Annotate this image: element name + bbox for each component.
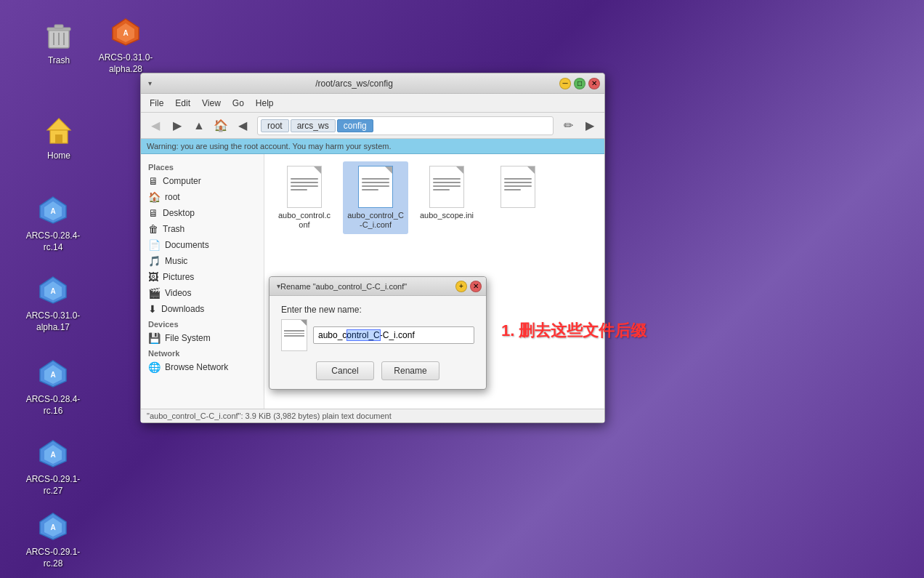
trash-label: Trash xyxy=(48,55,70,67)
status-bar: "aubo_control_C-C_i.conf": 3.9 KiB (3,98… xyxy=(141,409,604,422)
documents-icon: 📄 xyxy=(148,239,161,251)
maximize-button[interactable]: □ xyxy=(574,78,585,89)
sidebar-label-trash: Trash xyxy=(163,224,185,234)
annotation-text: 1. 删去这些文件后缀 xyxy=(501,320,647,342)
svg-text:A: A xyxy=(50,523,55,531)
sidebar-item-trash[interactable]: 🗑 Trash xyxy=(141,221,264,237)
rename-dialog-titlebar: ▾ Rename "aubo_control_C-C_i.conf" + ✕ xyxy=(270,277,486,296)
rename-dialog-title: Rename "aubo_control_C-C_i.conf" xyxy=(280,282,453,291)
sidebar-label-computer: Computer xyxy=(163,176,201,186)
file-icon-1 xyxy=(287,166,322,208)
menu-bar: File Edit View Go Help xyxy=(141,94,604,113)
next-breadcrumb-button[interactable]: ▶ xyxy=(580,116,600,136)
rename-dialog-label: Enter the new name: xyxy=(281,305,474,315)
svg-rect-2 xyxy=(54,25,63,28)
sidebar-item-documents[interactable]: 📄 Documents xyxy=(141,237,264,253)
minimize-button[interactable]: ─ xyxy=(559,78,571,89)
sidebar-label-music: Music xyxy=(165,256,187,266)
arcs-0291-rc27-label: ARCS-0.29.1-rc.27 xyxy=(20,474,86,497)
arcs-0291-rc27-icon: A xyxy=(36,436,70,471)
pictures-icon: 🖼 xyxy=(148,271,158,283)
file-icon-2 xyxy=(358,166,393,208)
edit-path-button[interactable]: ✏ xyxy=(558,116,578,136)
menu-view[interactable]: View xyxy=(199,97,224,110)
toolbar: ◀ ▶ ▲ 🏠 ◀ root arcs_ws config ✏ ▶ xyxy=(141,113,604,139)
sidebar-label-downloads: Downloads xyxy=(161,304,204,314)
file-label-1: aubo_control.conf xyxy=(276,211,333,230)
arcs-0284-rc14-label: ARCS-0.28.4-rc.14 xyxy=(20,230,86,253)
arcs-0291-rc28-label: ARCS-0.29.1-rc.28 xyxy=(20,547,86,569)
menu-edit[interactable]: Edit xyxy=(172,97,193,110)
music-icon: 🎵 xyxy=(148,255,161,267)
sidebar-item-filesystem[interactable]: 💾 File System xyxy=(141,330,264,346)
sidebar-label-documents: Documents xyxy=(165,240,209,250)
videos-icon: 🎬 xyxy=(148,287,161,299)
rename-dialog-buttons: Cancel Rename xyxy=(281,361,474,380)
sidebar-label-desktop: Desktop xyxy=(163,208,195,218)
svg-text:A: A xyxy=(50,371,55,379)
desktop-icon-arcs-0291-rc28[interactable]: A ARCS-0.29.1-rc.28 xyxy=(20,509,86,569)
sidebar-label-root: root xyxy=(165,192,180,202)
arcs-0291-rc28-icon: A xyxy=(36,509,70,544)
home-button[interactable]: 🏠 xyxy=(211,116,231,136)
rename-dialog: ▾ Rename "aubo_control_C-C_i.conf" + ✕ E… xyxy=(269,276,487,390)
sidebar-item-desktop[interactable]: 🖥 Desktop xyxy=(141,205,264,221)
svg-rect-11 xyxy=(55,135,62,143)
svg-text:A: A xyxy=(50,451,55,459)
rename-cancel-button[interactable]: Cancel xyxy=(316,361,374,380)
sidebar-item-root[interactable]: 🏠 root xyxy=(141,189,264,205)
rename-confirm-button[interactable]: Rename xyxy=(381,361,439,380)
arcs-0284-rc14-icon: A xyxy=(36,193,70,228)
rename-input[interactable] xyxy=(313,326,474,344)
file-manager-titlebar: ▾ /root/arcs_ws/config ─ □ ✕ xyxy=(141,73,604,94)
sidebar-label-filesystem: File System xyxy=(165,333,211,343)
svg-marker-9 xyxy=(47,119,70,130)
desktop-icon-arcs-0284-rc14[interactable]: A ARCS-0.28.4-rc.14 xyxy=(20,193,86,253)
forward-button[interactable]: ▶ xyxy=(167,116,187,136)
desktop-icon-home[interactable]: Home xyxy=(26,113,92,162)
root-folder-icon: 🏠 xyxy=(148,191,161,203)
computer-icon: 🖥 xyxy=(148,175,158,187)
up-button[interactable]: ▲ xyxy=(189,116,209,136)
arcs-0284-rc16-icon: A xyxy=(36,356,70,391)
breadcrumb-arcs-ws[interactable]: arcs_ws xyxy=(291,119,336,132)
sidebar-item-downloads[interactable]: ⬇ Downloads xyxy=(141,301,264,317)
desktop-icon-arcs-0310-alpha17[interactable]: A ARCS-0.31.0-alpha.17 xyxy=(20,273,86,333)
arcs-0310-alpha17-label: ARCS-0.31.0-alpha.17 xyxy=(20,310,86,333)
prev-breadcrumb-button[interactable]: ◀ xyxy=(232,116,253,136)
rename-file-preview-icon xyxy=(281,319,307,351)
file-icon-3 xyxy=(429,166,464,208)
rename-input-wrap xyxy=(313,326,474,344)
sidebar-item-music[interactable]: 🎵 Music xyxy=(141,253,264,269)
network-section-label: Network xyxy=(141,346,264,359)
rename-close-button[interactable]: ✕ xyxy=(470,281,482,292)
file-item-aubo-scope-ini[interactable]: aubo_scope.ini xyxy=(414,161,479,234)
desktop-icon-arcs-0310-alpha28[interactable]: A ARCS-0.31.0-alpha.28 xyxy=(93,15,158,75)
desktop-icon-trash[interactable]: Trash xyxy=(26,17,92,67)
breadcrumb: root arcs_ws config xyxy=(257,116,554,135)
desktop-icon-arcs-0291-rc27[interactable]: A ARCS-0.29.1-rc.27 xyxy=(20,436,86,497)
svg-text:A: A xyxy=(123,29,128,37)
menu-file[interactable]: File xyxy=(147,97,166,110)
sidebar-item-videos[interactable]: 🎬 Videos xyxy=(141,285,264,301)
breadcrumb-config[interactable]: config xyxy=(337,119,373,132)
rename-minimize-button[interactable]: + xyxy=(455,281,467,292)
menu-go[interactable]: Go xyxy=(230,97,247,110)
back-button[interactable]: ◀ xyxy=(145,116,166,136)
close-button[interactable]: ✕ xyxy=(588,78,600,89)
home-label: Home xyxy=(47,150,70,162)
sidebar-item-pictures[interactable]: 🖼 Pictures xyxy=(141,269,264,285)
svg-text:A: A xyxy=(50,207,55,215)
breadcrumb-root[interactable]: root xyxy=(261,119,289,132)
sidebar-item-browse-network[interactable]: 🌐 Browse Network xyxy=(141,359,264,375)
menu-help[interactable]: Help xyxy=(253,97,277,110)
svg-text:A: A xyxy=(50,287,55,295)
file-item-aubo-control-c-c-i-conf[interactable]: aubo_control_C-C_i.conf xyxy=(343,161,408,234)
trash-sidebar-icon: 🗑 xyxy=(148,223,158,235)
sidebar-item-computer[interactable]: 🖥 Computer xyxy=(141,173,264,189)
browse-network-icon: 🌐 xyxy=(148,361,161,373)
desktop-icon-arcs-0284-rc16[interactable]: A ARCS-0.28.4-rc.16 xyxy=(20,356,86,417)
warning-bar: Warning: you are using the root account.… xyxy=(141,139,604,154)
file-item-aubo-control-conf[interactable]: aubo_control.conf xyxy=(272,161,337,234)
file-item-4[interactable] xyxy=(485,161,551,234)
